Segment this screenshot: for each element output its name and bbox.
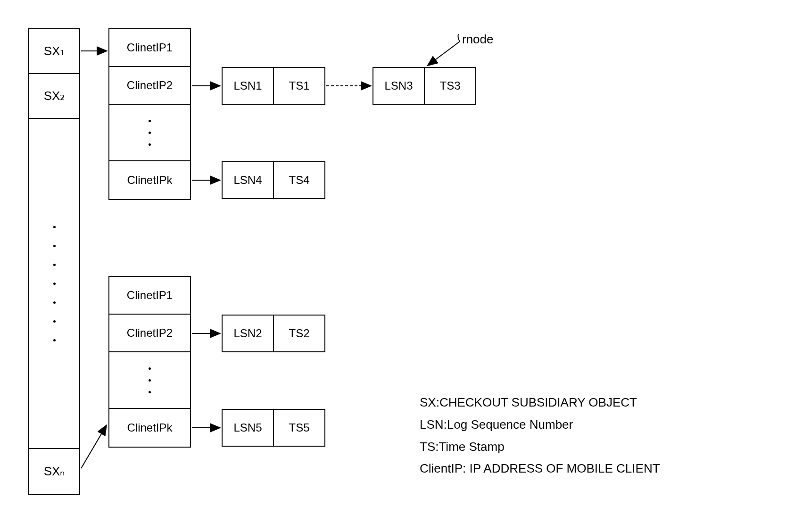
rnode-box-4: LSN2 TS2 (222, 315, 325, 352)
dot-icon (149, 143, 151, 146)
client-cell-ip2: ClinetIP2 (109, 315, 190, 352)
rnode-box-5: LSN5 TS5 (222, 409, 325, 447)
dot-icon (149, 379, 151, 382)
client-column-1: ClinetIP1 ClinetIP2 ClinetIPk (108, 28, 191, 200)
diagram-container: SX₁ SX₂ SXₙ ClinetIP1 ClinetIP2 (14, 14, 781, 518)
dot-icon (53, 339, 56, 341)
client-cell-dots (109, 352, 190, 409)
arrow-sxn-client (81, 426, 106, 468)
sx-cell-2: SX₂ (29, 74, 79, 119)
clientipk-label: ClinetIPk (127, 421, 172, 434)
client-cell-ip1: ClinetIP1 (109, 277, 190, 315)
rnode-ts3: TS3 (425, 68, 475, 104)
rnode-curve (458, 34, 460, 42)
rnode-lsn5: LSN5 (223, 410, 274, 446)
sx1-label: SX₁ (44, 44, 65, 58)
dot-icon (53, 245, 56, 247)
rnode-box-3: LSN4 TS4 (222, 161, 325, 199)
client-cell-ip1: ClinetIP1 (109, 29, 190, 67)
rnode-ts4: TS4 (274, 162, 324, 198)
sx2-label: SX₂ (44, 89, 65, 103)
rnode-box-1: LSN1 TS1 (222, 67, 325, 105)
sx-cell-dots (29, 119, 79, 449)
dot-icon (53, 283, 56, 285)
sx-cell-1: SX₁ (29, 29, 79, 74)
legend: SX:CHECKOUT SUBSIDIARY OBJECT LSN:Log Se… (420, 391, 660, 480)
clientip2-label: ClinetIP2 (127, 326, 173, 340)
rnode-lsn4: LSN4 (223, 162, 274, 198)
clientip2-label: ClinetIP2 (127, 79, 173, 92)
client-cell-ipk: ClinetIPk (109, 161, 190, 199)
dot-icon (149, 391, 151, 393)
rnode-lsn3: LSN3 (373, 68, 425, 104)
dot-icon (149, 132, 151, 134)
clientipk-label: ClinetIPk (127, 174, 172, 187)
legend-lsn: LSN:Log Sequence Number (420, 414, 660, 436)
client-cell-dots (109, 105, 190, 161)
legend-clientip: ClientIP: IP ADDRESS OF MOBILE CLIENT (420, 457, 660, 480)
clientip1-label: ClinetIP1 (127, 41, 173, 54)
client-cell-ip2: ClinetIP2 (109, 67, 190, 105)
clientip1-label: ClinetIP1 (127, 289, 173, 302)
dot-icon (149, 120, 151, 122)
dot-icon (149, 367, 151, 370)
legend-ts: TS:Time Stamp (420, 436, 660, 458)
rnode-ts2: TS2 (274, 316, 324, 351)
arrow-rnode-callout (428, 42, 460, 65)
sx-column: SX₁ SX₂ SXₙ (28, 28, 80, 495)
rnode-ts1: TS1 (274, 68, 324, 104)
dot-icon (53, 320, 56, 323)
dot-icon (53, 264, 56, 266)
rnode-ts5: TS5 (274, 410, 324, 446)
sxn-label: SXₙ (44, 464, 65, 479)
dot-icon (53, 301, 56, 304)
sx-cell-n: SXₙ (29, 449, 79, 494)
dot-icon (53, 226, 56, 228)
client-cell-ipk: ClinetIPk (109, 409, 190, 447)
rnode-lsn2: LSN2 (223, 316, 274, 351)
client-column-2: ClinetIP1 ClinetIP2 ClinetIPk (108, 276, 191, 448)
rnode-lsn1: LSN1 (223, 68, 274, 104)
rnode-callout-label: rnode (462, 32, 494, 47)
rnode-box-2: LSN3 TS3 (373, 67, 476, 105)
legend-sx: SX:CHECKOUT SUBSIDIARY OBJECT (420, 391, 660, 414)
